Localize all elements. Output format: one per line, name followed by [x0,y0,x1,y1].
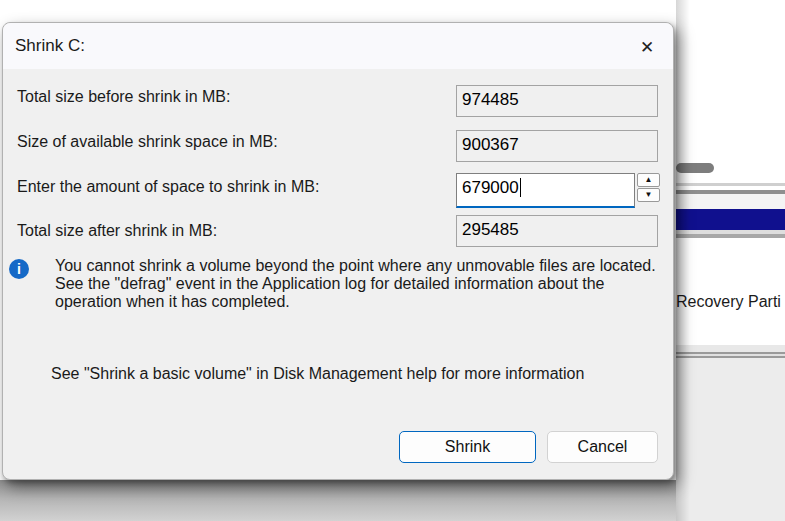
partition-box: Recovery Parti [676,238,785,345]
shrink-button[interactable]: Shrink [399,431,536,463]
text-caret [520,178,522,197]
label-total-after: Total size after shrink in MB: [17,222,217,240]
shrink-dialog: Shrink C: ✕ Total size before shrink in … [2,22,674,480]
info-line-2: See the "defrag" event in the Applicatio… [55,275,656,293]
shrink-amount-value: 679000 [462,178,519,198]
info-line-1: You cannot shrink a volume beyond the po… [55,257,656,275]
partition-box-footer [676,345,785,352]
info-line-3: operation when it has completed. [55,293,656,311]
partition-label: Recovery Parti [676,293,781,311]
dialog-edge-shadow [676,0,690,521]
label-total-before: Total size before shrink in MB: [17,88,230,106]
dialog-titlebar[interactable]: Shrink C: ✕ [3,23,673,69]
graphical-view-background [676,358,785,521]
window-area-below-dialog [0,480,676,521]
label-available-space: Size of available shrink space in MB: [17,133,278,151]
close-button[interactable]: ✕ [634,34,660,60]
field-total-before: 974485 [456,85,658,117]
info-message: You cannot shrink a volume beyond the po… [55,257,656,311]
spin-down-button[interactable]: ▼ [637,188,660,202]
spin-up-icon: ▲ [645,176,653,184]
close-icon: ✕ [640,37,654,58]
info-icon-glyph: i [17,262,21,276]
spin-down-icon: ▼ [645,191,653,199]
field-total-after: 295485 [456,215,658,247]
pane-divider-light [676,183,785,186]
label-shrink-amount: Enter the amount of space to shrink in M… [17,178,319,196]
dialog-title: Shrink C: [15,36,85,56]
info-icon: i [9,259,29,279]
partition-color-bar [676,209,785,230]
shrink-amount-input[interactable]: 679000 [456,173,635,208]
cancel-button[interactable]: Cancel [547,431,658,463]
field-available-space: 900367 [456,130,658,162]
shrink-amount-spinner: ▲ ▼ [637,173,660,203]
shrink-amount-row: 679000 ▲ ▼ [456,173,658,208]
spin-up-button[interactable]: ▲ [637,173,660,187]
graphical-view-header [676,194,785,209]
disk-management-background: Recovery Parti [676,0,785,521]
help-text: See "Shrink a basic volume" in Disk Mana… [51,365,584,383]
